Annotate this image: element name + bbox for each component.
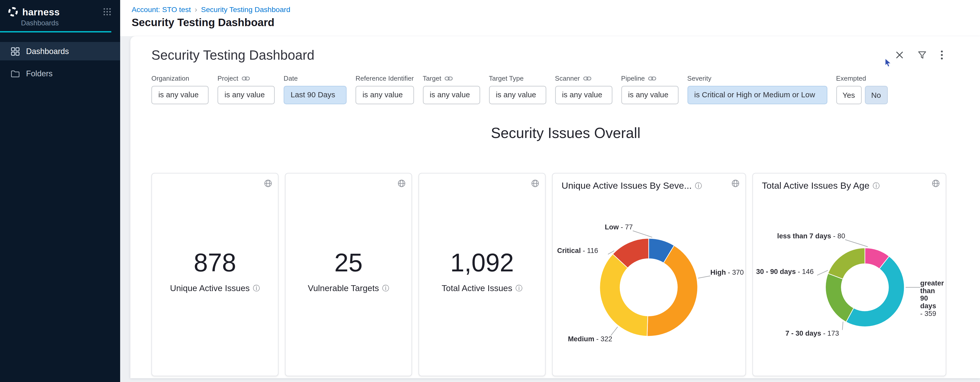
module-title: Dashboards: [21, 19, 111, 27]
donut-label-greater-than-90-days: greaterthan90days- 359: [920, 279, 944, 317]
filter-value-severity[interactable]: is Critical or High or Medium or Low: [687, 86, 827, 104]
dashboard-card: Security Testing Dashboard Organizationi…: [130, 36, 980, 379]
dashboard-actions: [896, 50, 943, 60]
section-title: Security Issues Overall: [151, 125, 980, 142]
link-icon: [242, 75, 250, 81]
filter-value-date[interactable]: Last 90 Days: [283, 86, 347, 104]
donut-label-high: High - 370: [710, 268, 744, 276]
link-icon: [648, 75, 656, 81]
filter-scanner: Scanneris any value: [555, 74, 612, 104]
sidebar-item-folders[interactable]: Folders: [0, 64, 120, 83]
filter-value-reference-identifier[interactable]: is any value: [356, 86, 414, 104]
filter-exempted: ExemptedYesNo: [836, 74, 888, 104]
filter-label: Severity: [687, 74, 711, 82]
filter-pipeline: Pipelineis any value: [621, 74, 678, 104]
filter-value-target[interactable]: is any value: [423, 86, 480, 104]
filter-label: Project: [218, 74, 238, 82]
tiles-row: 878Unique Active Issuesⓘ25Vulnerable Tar…: [151, 173, 980, 376]
globe-icon[interactable]: [932, 179, 940, 187]
donut-label-30-90-days: 30 - 90 days - 146: [756, 268, 814, 276]
page-title: Security Testing Dashboard: [132, 17, 980, 29]
filter-label: Target: [423, 74, 441, 82]
globe-icon[interactable]: [531, 179, 539, 187]
sidebar-accent-divider: [0, 31, 111, 33]
filter-project: Projectis any value: [218, 74, 275, 104]
filter-label: Scanner: [555, 74, 580, 82]
filter-value-project[interactable]: is any value: [218, 86, 275, 104]
filter-severity: Severityis Critical or High or Medium or…: [687, 74, 827, 104]
filter-organization: Organizationis any value: [151, 74, 208, 104]
chart-title: Unique Active Issues By Seve...: [562, 181, 692, 191]
donut-label-less-than-7-days: less than 7 days - 80: [777, 232, 845, 240]
filter-toggle-yes[interactable]: Yes: [836, 86, 861, 104]
filter-icon[interactable]: [918, 51, 927, 59]
filter-value-pipeline[interactable]: is any value: [621, 86, 678, 104]
globe-icon[interactable]: [731, 179, 740, 187]
filter-value-scanner[interactable]: is any value: [555, 86, 612, 104]
filter-date: DateLast 90 Days: [283, 74, 347, 104]
stat-value: 1,092: [419, 249, 545, 277]
chart-tile-unique-active-issues-by-seve: Unique Active Issues By Seve...ⓘLow - 77…: [552, 173, 746, 376]
stat-tile-unique-active-issues: 878Unique Active Issuesⓘ: [151, 173, 279, 376]
chart-title: Total Active Issues By Age: [762, 181, 869, 191]
mouse-cursor: [885, 59, 892, 67]
stat-label: Vulnerable Targets: [308, 284, 379, 293]
filter-toggle-no[interactable]: No: [865, 86, 888, 104]
donut-label-connector: [845, 239, 868, 247]
stat-tile-vulnerable-targets: 25Vulnerable Targetsⓘ: [285, 173, 412, 376]
filter-label: Date: [283, 74, 298, 82]
donut-slice-greater-than-90-days[interactable]: [846, 256, 904, 327]
donut-slice-7-30-days[interactable]: [826, 273, 854, 322]
donut-slice-30-90-days[interactable]: [828, 248, 865, 279]
donut-label-connector: [842, 322, 843, 330]
filter-reference-identifier: Reference Identifieris any value: [356, 74, 414, 104]
info-icon[interactable]: ⓘ: [382, 285, 389, 292]
sidebar-item-label: Folders: [26, 69, 53, 78]
donut-label-connector: [611, 327, 617, 336]
donut-label-connector: [633, 231, 652, 237]
globe-icon[interactable]: [264, 179, 272, 187]
breadcrumb-account-link[interactable]: Account: STO test: [132, 6, 191, 13]
donut-label-connector: [698, 276, 710, 278]
link-icon: [444, 75, 453, 81]
sidebar-header: harness Dashboards: [0, 0, 120, 27]
donut-label-medium: Medium - 322: [568, 335, 612, 343]
chart-tile-total-active-issues-by-age: Total Active Issues By Ageⓘless than 7 d…: [752, 173, 946, 376]
module-grid-icon[interactable]: [103, 8, 111, 16]
info-icon[interactable]: ⓘ: [253, 285, 260, 292]
donut-label-low: Low - 77: [605, 223, 633, 231]
breadcrumb: Account: STO test › Security Testing Das…: [132, 5, 980, 14]
donut-slice-medium[interactable]: [600, 254, 648, 336]
sidebar-item-label: Dashboards: [26, 47, 69, 55]
filter-label: Organization: [151, 74, 189, 82]
folder-icon: [11, 70, 20, 77]
sidebar-item-dashboards[interactable]: Dashboards: [0, 42, 120, 60]
dashboard-title: Security Testing Dashboard: [151, 46, 980, 64]
info-icon[interactable]: ⓘ: [873, 182, 880, 189]
content-area: Security Testing Dashboard Organizationi…: [120, 36, 980, 382]
stat-label: Unique Active Issues: [170, 284, 250, 293]
harness-logo-icon: [8, 6, 18, 17]
kebab-menu-icon[interactable]: [940, 50, 943, 60]
stat-tile-total-active-issues: 1,092Total Active Issuesⓘ: [418, 173, 546, 376]
dashboards-icon: [11, 47, 20, 55]
donut-label-connector: [817, 270, 828, 275]
sidebar-nav: Dashboards Folders: [0, 42, 120, 87]
filter-label: Exempted: [836, 74, 866, 82]
stat-label: Total Active Issues: [442, 284, 512, 293]
app-window: harness Dashboards Dashboards Folders: [0, 0, 980, 382]
close-icon[interactable]: [896, 51, 904, 59]
filter-label: Pipeline: [621, 74, 645, 82]
donut-label-critical: Critical - 116: [557, 247, 598, 255]
stat-value: 25: [286, 249, 412, 277]
info-icon[interactable]: ⓘ: [695, 182, 702, 189]
page-header: Account: STO test › Security Testing Das…: [120, 0, 980, 36]
info-icon[interactable]: ⓘ: [515, 285, 522, 292]
donut-chart: less than 7 days - 80greaterthan90days- …: [753, 191, 946, 374]
main-column: Account: STO test › Security Testing Das…: [120, 0, 980, 382]
globe-icon[interactable]: [398, 179, 406, 187]
filter-value-target-type[interactable]: is any value: [489, 86, 546, 104]
donut-label-7-30-days: 7 - 30 days - 173: [785, 329, 839, 337]
breadcrumb-dashboard-link[interactable]: Security Testing Dashboard: [201, 6, 291, 13]
filter-value-organization[interactable]: is any value: [151, 86, 208, 104]
